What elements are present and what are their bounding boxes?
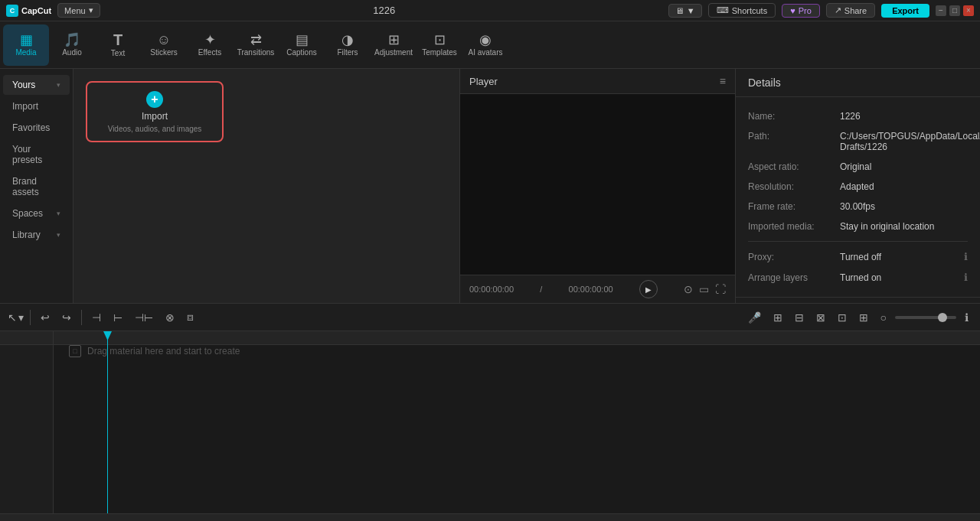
drag-text: Drag material here and start to create — [87, 346, 240, 357]
sidebar-item-favorites[interactable]: Favorites — [3, 118, 70, 138]
details-panel: Details Name: 1226 Path: C:/Users/TOPGUS… — [735, 69, 980, 303]
zoom-slider[interactable] — [895, 316, 956, 319]
favorites-label: Favorites — [12, 122, 50, 133]
tool-audio[interactable]: 🎵 Audio — [49, 24, 95, 66]
captions-label: Captions — [286, 48, 316, 57]
mic-button[interactable]: 🎤 — [744, 309, 765, 326]
tool-text[interactable]: T Text — [95, 24, 141, 66]
tool-filters[interactable]: ◑ Filters — [325, 24, 371, 66]
player-ratio-button[interactable]: ▭ — [699, 283, 709, 295]
play-button[interactable]: ▶ — [639, 280, 658, 298]
split-icon-3: ⊣⊢ — [135, 311, 153, 324]
shortcuts-button[interactable]: ⌨ Shortcuts — [708, 3, 776, 18]
details-title: Details — [748, 77, 781, 89]
timeline-icon-btn-2[interactable]: ⊟ — [791, 309, 808, 326]
keyboard-icon: ⌨ — [717, 5, 729, 15]
export-button[interactable]: Export — [881, 4, 929, 18]
play-icon: ▶ — [645, 285, 652, 294]
arrange-info-icon[interactable]: ℹ — [964, 272, 968, 283]
media-icon: ▦ — [20, 33, 33, 47]
cursor-icon: ↖ — [8, 311, 17, 324]
export-label: Export — [892, 6, 919, 15]
tool-stickers[interactable]: ☺ Stickers — [141, 24, 187, 66]
minimize-button[interactable]: − — [936, 5, 946, 16]
split-button-1[interactable]: ⊣ — [88, 309, 105, 326]
undo-button[interactable]: ↩ — [37, 309, 54, 326]
stickers-label: Stickers — [150, 48, 178, 57]
crop-icon: ⧈ — [187, 311, 194, 323]
detail-path-row: Path: C:/Users/TOPGUS/AppData/Local/CapC… — [748, 126, 968, 157]
proxy-info-icon[interactable]: ℹ — [964, 251, 968, 262]
crop-button[interactable]: ⧈ — [183, 308, 198, 326]
toolbar: ▦ Media 🎵 Audio T Text ☺ Stickers ✦ Effe… — [0, 21, 980, 69]
tl-icon-7: ℹ — [965, 311, 969, 324]
timeline-icon-btn-4[interactable]: ⊡ — [834, 309, 851, 326]
monitor-icon: 🖥 — [675, 6, 684, 15]
player-view — [460, 94, 735, 275]
close-icon: × — [966, 6, 971, 15]
tool-captions[interactable]: ▤ Captions — [279, 24, 325, 66]
audio-icon: 🎵 — [64, 33, 80, 47]
drag-area: □ Drag material here and start to create — [54, 345, 980, 357]
top-bar: C CapCut Menu ▾ 1226 🖥 ▼ ⌨ Shortcuts ♥ P… — [0, 0, 980, 21]
undo-icon: ↩ — [41, 311, 50, 324]
share-button[interactable]: ↗ Share — [826, 3, 875, 18]
timeline-icon-btn-7[interactable]: ℹ — [961, 309, 972, 326]
tool-ai-avatars[interactable]: ◉ AI avatars — [462, 24, 508, 66]
share-label: Share — [844, 6, 867, 15]
spaces-label: Spaces — [12, 208, 43, 219]
sidebar-item-your-presets[interactable]: Your presets — [3, 139, 70, 170]
templates-label: Templates — [422, 48, 457, 57]
tool-transitions[interactable]: ⇄ Transitions — [233, 24, 279, 66]
player-camera-button[interactable]: ⊙ — [684, 283, 693, 295]
import-plus-icon: + — [146, 91, 163, 108]
logo-icon: C — [6, 5, 18, 17]
detail-name-row: Name: 1226 — [748, 106, 968, 126]
heart-icon: ♥ — [790, 6, 795, 15]
resolution-value: Adapted — [840, 181, 968, 192]
fullscreen-icon: ⛶ — [715, 283, 726, 295]
split-icon-2: ⊢ — [113, 311, 122, 324]
timeline-icon-btn-1[interactable]: ⊞ — [769, 309, 786, 326]
player-fullscreen-button[interactable]: ⛶ — [715, 283, 726, 295]
sidebar-item-import[interactable]: Import — [3, 96, 70, 116]
stickers-icon: ☺ — [157, 33, 171, 47]
window-controls: − □ × — [936, 5, 974, 16]
aspect-value: Original — [840, 161, 968, 172]
sidebar-item-yours[interactable]: Yours ▾ — [3, 75, 70, 95]
pro-button[interactable]: ♥ Pro — [782, 4, 820, 18]
tool-templates[interactable]: ⊡ Templates — [416, 24, 462, 66]
player-menu-button[interactable]: ≡ — [720, 75, 726, 87]
timeline-icon-btn-6[interactable]: ○ — [877, 309, 890, 326]
timeline-icon-btn-5[interactable]: ⊞ — [855, 309, 872, 326]
monitor-button[interactable]: 🖥 ▼ — [668, 4, 702, 18]
menu-button[interactable]: Menu ▾ — [57, 3, 100, 18]
transitions-label: Transitions — [237, 48, 275, 57]
split-button-3[interactable]: ⊣⊢ — [131, 309, 157, 326]
library-chevron-icon: ▾ — [57, 231, 60, 239]
maximize-button[interactable]: □ — [949, 5, 960, 16]
timeline-scrollbar[interactable] — [0, 513, 980, 521]
tool-media[interactable]: ▦ Media — [3, 24, 49, 66]
tool-adjustment[interactable]: ⊞ Adjustment — [371, 24, 416, 66]
cursor-tool-button[interactable]: ↖ ▾ — [8, 311, 24, 324]
import-button-card[interactable]: + Import Videos, audios, and images — [86, 81, 224, 142]
timeline-icon-btn-3[interactable]: ⊠ — [812, 309, 829, 326]
yours-chevron-icon: ▾ — [57, 81, 60, 89]
details-divider — [748, 241, 968, 242]
close-button[interactable]: × — [963, 5, 974, 16]
sidebar-item-library[interactable]: Library ▾ — [3, 225, 70, 245]
split-icon-1: ⊣ — [92, 311, 101, 324]
sidebar-item-spaces[interactable]: Spaces ▾ — [3, 204, 70, 223]
tool-effects[interactable]: ✦ Effects — [187, 24, 233, 66]
arrange-label: Arrange layers — [748, 272, 840, 283]
camera-icon: ⊙ — [684, 283, 693, 295]
cursor-dropdown: ▾ — [18, 311, 24, 324]
resolution-label: Resolution: — [748, 181, 840, 192]
sidebar-item-brand-assets[interactable]: Brand assets — [3, 171, 70, 202]
redo-button[interactable]: ↪ — [58, 309, 75, 326]
framerate-label: Frame rate: — [748, 201, 840, 212]
timeline-ruler — [0, 331, 53, 345]
delete-button[interactable]: ⊗ — [162, 309, 178, 326]
split-button-2[interactable]: ⊢ — [109, 309, 126, 326]
